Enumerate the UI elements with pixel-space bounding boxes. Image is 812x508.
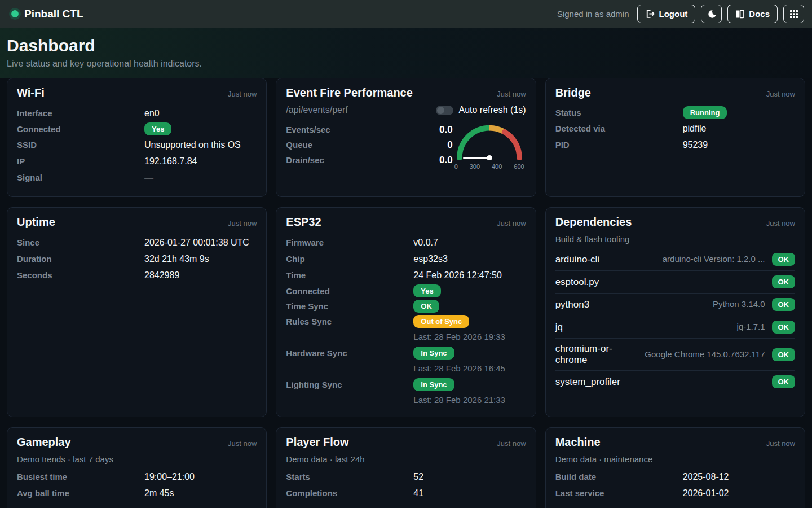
kv-row: Last service2026-01-02 xyxy=(555,485,795,501)
metric-row: Drain/sec0.0 xyxy=(286,152,452,168)
kv-row: ConnectedYes xyxy=(286,283,526,299)
status-badge: Yes xyxy=(144,122,171,136)
card-subtitle: Demo data · maintenance xyxy=(555,454,795,464)
card-subtitle: Demo trends · last 7 days xyxy=(17,454,257,464)
signed-in-text: Signed in as admin xyxy=(557,9,629,19)
kv-row: ConnectedYes xyxy=(17,121,257,137)
updated-badge: Just now xyxy=(766,90,795,98)
kv-row: Seconds2842989 xyxy=(17,267,257,283)
toggle-knob xyxy=(437,107,444,114)
card-title: Player Flow xyxy=(286,436,348,449)
dependency-row: chromium-or-chromeGoogle Chrome 145.0.76… xyxy=(555,339,795,371)
page-title: Dashboard xyxy=(7,36,805,55)
dependency-row: esptool.pyOK xyxy=(555,271,795,294)
kv-row: Avg ball time2m 45s xyxy=(17,485,257,501)
theme-toggle-button[interactable] xyxy=(701,5,722,23)
grid-icon xyxy=(789,10,798,19)
updated-badge: Just now xyxy=(228,90,257,98)
card-title: Event Fire Performance xyxy=(286,86,413,99)
card-subtitle: Demo data · last 24h xyxy=(286,454,526,464)
last-sync-time: Last: 28 Feb 2026 19:33 xyxy=(413,329,526,345)
kv-row: Time SyncOK xyxy=(286,299,526,314)
updated-badge: Just now xyxy=(497,90,526,98)
logout-label: Logout xyxy=(659,9,688,19)
metric-row: Queue0 xyxy=(286,137,452,152)
gauge-segment-red xyxy=(504,132,519,158)
card-gameplay: Gameplay Just now Demo trends · last 7 d… xyxy=(7,427,267,508)
kv-row: Completions41 xyxy=(286,485,526,501)
ok-badge: OK xyxy=(772,253,796,266)
kv-row: Chipesp32s3 xyxy=(286,251,526,267)
card-event-fire-performance: Event Fire Performance Just now /api/eve… xyxy=(276,78,536,197)
gauge-pivot xyxy=(487,155,492,160)
apps-grid-button[interactable] xyxy=(783,5,804,23)
card-esp32: ESP32 Just now Firmwarev0.0.7 Chipesp32s… xyxy=(276,207,536,417)
status-badge: Yes xyxy=(413,284,440,298)
card-title: ESP32 xyxy=(286,216,321,229)
docs-button[interactable]: Docs xyxy=(727,5,778,23)
kv-row: Time24 Feb 2026 12:47:50 xyxy=(286,267,526,283)
brand: Pinball CTL xyxy=(8,8,83,20)
dependency-row: jqjq-1.7.1OK xyxy=(555,316,795,339)
card-title: Machine xyxy=(555,436,601,449)
events-gauge: 0 300 400 600 xyxy=(453,122,526,170)
status-badge: Out of Sync xyxy=(413,315,469,329)
endpoint-path: /api/events/perf xyxy=(286,105,347,115)
ok-badge: OK xyxy=(772,298,796,311)
ok-badge: OK xyxy=(772,275,796,288)
card-title: Dependencies xyxy=(555,216,632,229)
kv-row: Since2026-01-27 00:01:38 UTC xyxy=(17,234,257,251)
status-badge: In Sync xyxy=(413,378,454,392)
updated-badge: Just now xyxy=(228,219,257,227)
kv-row: Duration32d 21h 43m 9s xyxy=(17,251,257,267)
card-player-flow: Player Flow Just now Demo data · last 24… xyxy=(276,427,536,508)
card-title: Gameplay xyxy=(17,436,71,449)
moon-icon xyxy=(707,9,717,19)
card-bridge: Bridge Just now StatusRunning Detected v… xyxy=(545,78,805,197)
updated-badge: Just now xyxy=(497,219,526,227)
card-dependencies: Dependencies Just now Build & flash tool… xyxy=(545,207,805,417)
ok-badge: OK xyxy=(772,321,796,334)
status-badge: Running xyxy=(683,106,727,120)
ok-badge: OK xyxy=(772,348,796,361)
updated-badge: Just now xyxy=(497,439,526,448)
kv-row: PID95239 xyxy=(555,137,795,153)
status-badge: OK xyxy=(413,300,439,313)
card-uptime: Uptime Just now Since2026-01-27 00:01:38… xyxy=(7,207,267,417)
kv-row: Interfaceen0 xyxy=(17,105,257,121)
kv-row: Firmwarev0.0.7 xyxy=(286,234,526,251)
dashboard-grid: Wi-Fi Just now Interfaceen0 ConnectedYes… xyxy=(0,78,812,508)
gauge-segment-green xyxy=(460,128,489,158)
auto-refresh-toggle[interactable] xyxy=(436,106,453,115)
dependency-row: system_profilerOK xyxy=(555,371,795,393)
docs-icon xyxy=(735,10,744,19)
kv-row: Build date2025-08-12 xyxy=(555,468,795,485)
kv-row: Detected viapidfile xyxy=(555,120,795,137)
logout-button[interactable]: Logout xyxy=(637,5,696,23)
kv-row: SSIDUnsupported on this OS xyxy=(17,137,257,153)
navbar-actions: Signed in as admin Logout xyxy=(557,5,804,23)
updated-badge: Just now xyxy=(228,439,257,448)
navbar: Pinball CTL Signed in as admin Logout xyxy=(0,0,812,28)
ok-badge: OK xyxy=(772,375,796,388)
card-wifi: Wi-Fi Just now Interfaceen0 ConnectedYes… xyxy=(7,78,267,197)
kv-row: Rules SyncOut of Sync xyxy=(286,314,526,329)
updated-badge: Just now xyxy=(766,219,795,227)
kv-row: StatusRunning xyxy=(555,105,795,120)
kv-row: Starts52 xyxy=(286,468,526,485)
kv-row: Lighting SyncIn Sync xyxy=(286,377,526,392)
kv-row: Hardware SyncIn Sync xyxy=(286,345,526,361)
brand-label: Pinball CTL xyxy=(24,8,83,20)
dependency-row: python3Python 3.14.0OK xyxy=(555,294,795,316)
last-sync-time: Last: 28 Feb 2026 16:45 xyxy=(413,361,526,377)
metric-row: Events/sec0.0 xyxy=(286,122,452,137)
card-subtitle: Build & flash tooling xyxy=(555,234,795,244)
page-subtitle: Live status and key operational health i… xyxy=(7,59,805,69)
auto-refresh-label: Auto refresh (1s) xyxy=(459,105,526,115)
dependency-row: arduino-cliarduino-cli Version: 1.2.0 ..… xyxy=(555,248,795,271)
docs-label: Docs xyxy=(749,9,770,19)
card-title: Uptime xyxy=(17,216,55,229)
card-title: Wi-Fi xyxy=(17,86,45,99)
kv-row: Busiest time19:00–21:00 xyxy=(17,468,257,485)
card-machine: Machine Just now Demo data · maintenance… xyxy=(545,427,805,508)
